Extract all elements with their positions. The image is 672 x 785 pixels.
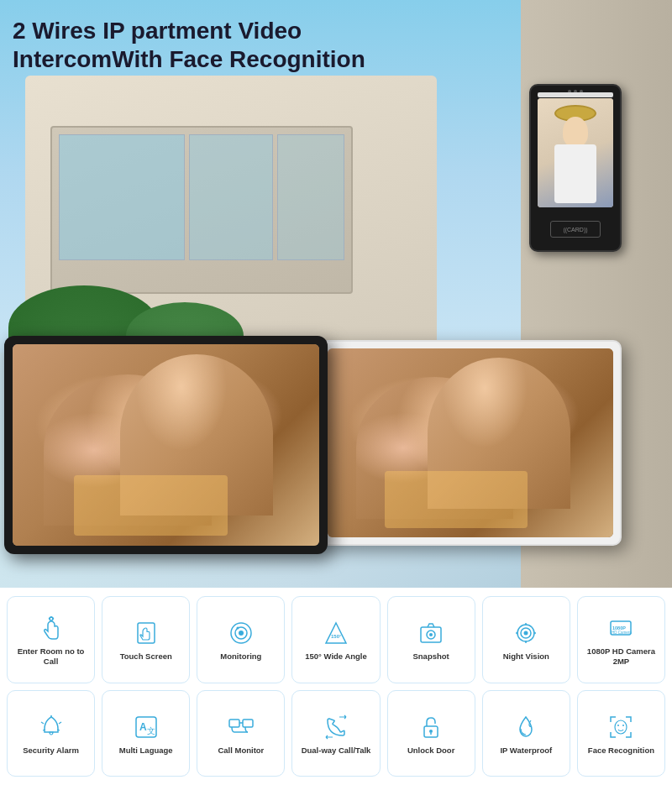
black-monitor-screen — [13, 344, 319, 546]
svg-point-37 — [622, 725, 624, 726]
night-vision-label: Night Vision — [503, 652, 549, 661]
card-reader: ((CARD)) — [550, 221, 601, 238]
feature-night-vision: Night Vision — [482, 596, 570, 683]
hd-camera-label: 1080P HD Camera 2MP — [581, 646, 661, 666]
feature-unlock-door: Unlock Door — [387, 690, 475, 777]
multi-language-label: Multi Laguage — [119, 746, 173, 755]
svg-text:HD Camera: HD Camera — [612, 631, 632, 635]
feature-face-recognition: Face Recognition — [577, 690, 665, 777]
face-scan-icon — [606, 712, 636, 742]
white-monitor — [319, 340, 622, 546]
card-label: ((CARD)) — [563, 227, 587, 233]
wide-angle-icon: 150° — [321, 618, 351, 648]
feature-security-alarm: Security Alarm — [7, 690, 95, 777]
enter-room-label: Enter Room no to Call — [11, 646, 91, 666]
svg-point-35 — [615, 720, 627, 734]
face-recognition-label: Face Recognition — [588, 746, 654, 755]
feature-wide-angle: 150° 150° Wide Angle — [291, 596, 380, 683]
phone-dual-icon — [321, 712, 351, 742]
touch-screen-label: Touch Screen — [120, 652, 172, 661]
title-line2: IntercomWith Face Recognition — [13, 45, 365, 74]
svg-point-17 — [524, 631, 528, 636]
water-drops-icon — [511, 712, 541, 742]
unlock-door-label: Unlock Door — [407, 746, 454, 755]
svg-text:A: A — [139, 721, 147, 733]
monitoring-label: Monitoring — [220, 652, 261, 661]
translate-icon: A 文 — [131, 712, 161, 742]
features-grid: Enter Room no to Call Touch Screen Monit… — [0, 588, 672, 785]
body — [554, 144, 596, 203]
svg-rect-30 — [243, 720, 253, 727]
black-monitor — [4, 336, 328, 554]
title-block: 2 Wires IP partment Video IntercomWith F… — [13, 17, 365, 73]
svg-line-23 — [59, 722, 61, 724]
tablet-glow — [74, 475, 228, 536]
house-illustration — [8, 59, 454, 361]
wide-angle-label: 150° Wide Angle — [305, 652, 367, 661]
balcony-glass-3 — [277, 134, 344, 260]
outdoor-unit: ((CARD)) — [529, 84, 622, 252]
touch-screen-icon — [131, 618, 161, 648]
outdoor-screen — [538, 98, 613, 207]
padlock-icon — [416, 712, 446, 742]
night-vision-icon — [511, 618, 541, 648]
security-alarm-label: Security Alarm — [23, 746, 79, 755]
face — [563, 117, 588, 147]
feature-touch-screen: Touch Screen — [102, 596, 190, 683]
feature-multi-language: A 文 Multi Laguage — [102, 690, 190, 777]
feature-dual-way-call: Dual-way Call/Talk — [291, 690, 380, 777]
tablet-glow-w — [385, 471, 528, 528]
call-monitor-icon — [226, 712, 256, 742]
snapshot-label: Snapshot — [412, 652, 449, 661]
couple-image-black — [13, 344, 319, 546]
svg-point-4 — [239, 631, 244, 636]
svg-text:150°: 150° — [331, 634, 342, 639]
white-monitor-screen — [328, 348, 613, 537]
balcony-glass-2 — [189, 134, 273, 260]
feature-monitoring: Monitoring — [197, 596, 285, 683]
feature-enter-room: Enter Room no to Call — [7, 596, 95, 683]
hand-touch-icon — [36, 613, 66, 643]
hd-camera-icon: 1080P HD Camera — [606, 613, 636, 643]
dual-way-label: Dual-way Call/Talk — [302, 746, 371, 755]
feature-hd-camera: 1080P HD Camera 1080P HD Camera 2MP — [577, 596, 665, 683]
svg-line-22 — [41, 722, 44, 724]
feature-snapshot: Snapshot — [387, 596, 475, 683]
ip-waterproof-label: IP Waterproof — [500, 746, 552, 755]
feature-call-monitor: Call Monitor — [197, 690, 285, 777]
svg-point-36 — [617, 725, 619, 726]
balcony-glass-1 — [59, 134, 185, 260]
svg-point-5 — [236, 627, 239, 630]
svg-point-10 — [429, 633, 433, 636]
svg-point-33 — [429, 730, 433, 733]
snapshot-icon — [416, 618, 446, 648]
monitoring-icon — [226, 618, 256, 648]
top-section: 2 Wires IP partment Video IntercomWith F… — [0, 0, 672, 588]
svg-text:文: 文 — [147, 726, 155, 735]
svg-marker-6 — [326, 623, 346, 643]
top-strip — [538, 92, 613, 97]
title-line1: 2 Wires IP partment Video — [13, 17, 365, 45]
feature-ip-waterproof: IP Waterproof — [482, 690, 570, 777]
alarm-bell-icon — [36, 712, 66, 742]
svg-rect-29 — [229, 720, 239, 727]
couple-image-white — [328, 348, 613, 537]
call-monitor-label: Call Monitor — [218, 746, 264, 755]
